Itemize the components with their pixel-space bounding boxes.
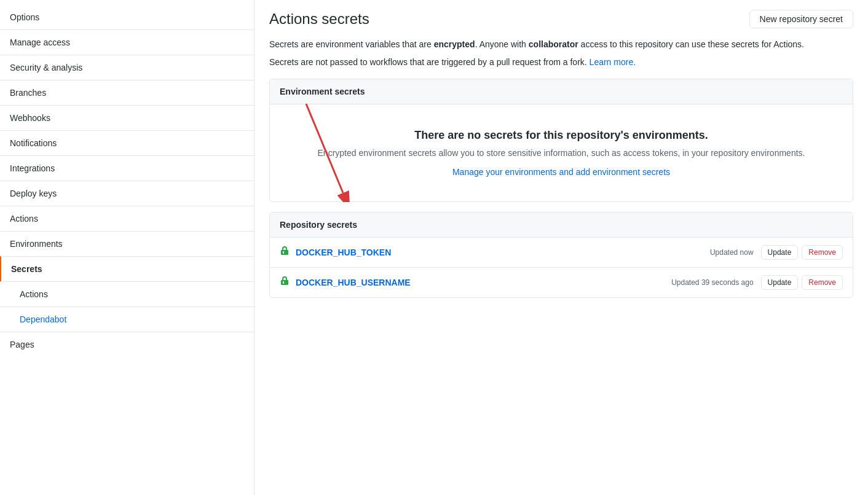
- desc-pre1: Secrets are environment variables that a…: [269, 39, 434, 49]
- new-repository-secret-button[interactable]: New repository secret: [749, 10, 853, 28]
- sidebar-item-integrations[interactable]: Integrations: [0, 155, 254, 181]
- desc-bold2: collaborator: [529, 39, 578, 49]
- secret-row-docker-hub-token: DOCKER_HUB_TOKEN Updated now Update Remo…: [270, 238, 853, 268]
- environment-secrets-header: Environment secrets: [270, 79, 853, 104]
- secret-row-docker-hub-username: DOCKER_HUB_USERNAME Updated 39 seconds a…: [270, 268, 853, 297]
- remove-button-1[interactable]: Remove: [802, 245, 843, 260]
- secret-updated-1: Updated now: [710, 248, 754, 257]
- sidebar-item-options[interactable]: Options: [0, 5, 254, 29]
- sidebar-item-security-analysis[interactable]: Security & analysis: [0, 55, 254, 80]
- update-button-2[interactable]: Update: [761, 275, 799, 290]
- sidebar: Options Manage access Security & analysi…: [0, 0, 254, 495]
- sidebar-item-notifications[interactable]: Notifications: [0, 130, 254, 155]
- remove-button-2[interactable]: Remove: [802, 275, 843, 290]
- description-line2: Secrets are not passed to workflows that…: [269, 56, 853, 69]
- repository-secrets-header: Repository secrets: [270, 212, 853, 238]
- sidebar-item-environments[interactable]: Environments: [0, 231, 254, 256]
- empty-state-desc: Encrypted environment secrets allow you …: [280, 147, 843, 160]
- update-button-1[interactable]: Update: [761, 245, 799, 260]
- empty-state-title: There are no secrets for this repository…: [280, 129, 843, 142]
- sidebar-item-deploy-keys[interactable]: Deploy keys: [0, 181, 254, 206]
- page-title: Actions secrets: [269, 10, 369, 28]
- sidebar-item-pages[interactable]: Pages: [0, 332, 254, 357]
- manage-environments-link[interactable]: Manage your environments and add environ…: [452, 167, 670, 177]
- secret-name-1: DOCKER_HUB_TOKEN: [296, 248, 710, 257]
- sidebar-item-actions[interactable]: Actions: [0, 206, 254, 231]
- desc-line2-pre: Secrets are not passed to workflows that…: [269, 57, 590, 67]
- sidebar-item-manage-access[interactable]: Manage access: [0, 29, 254, 55]
- desc-post: access to this repository can use these …: [578, 39, 804, 49]
- environment-secrets-section: Environment secrets There are no secrets…: [269, 79, 853, 202]
- page-header: Actions secrets New repository secret: [269, 10, 853, 28]
- sidebar-item-webhooks[interactable]: Webhooks: [0, 105, 254, 130]
- sidebar-item-dependabot[interactable]: Dependabot: [0, 306, 254, 332]
- learn-more-link[interactable]: Learn more.: [590, 57, 636, 67]
- lock-icon-1: [280, 246, 290, 259]
- environment-secrets-empty-state: There are no secrets for this repository…: [270, 104, 853, 201]
- sidebar-item-actions-sub[interactable]: Actions: [0, 281, 254, 306]
- description-line1: Secrets are environment variables that a…: [269, 38, 853, 51]
- lock-icon-2: [280, 276, 290, 289]
- repository-secrets-section: Repository secrets DOCKER_HUB_TOKEN Upda…: [269, 212, 853, 298]
- sidebar-item-branches[interactable]: Branches: [0, 80, 254, 105]
- sidebar-item-secrets[interactable]: Secrets: [0, 256, 254, 281]
- secret-name-2: DOCKER_HUB_USERNAME: [296, 278, 671, 287]
- desc-mid: . Anyone with: [475, 39, 529, 49]
- secret-updated-2: Updated 39 seconds ago: [671, 278, 753, 287]
- main-content: Actions secrets New repository secret Se…: [254, 0, 868, 495]
- desc-bold1: encrypted: [434, 39, 475, 49]
